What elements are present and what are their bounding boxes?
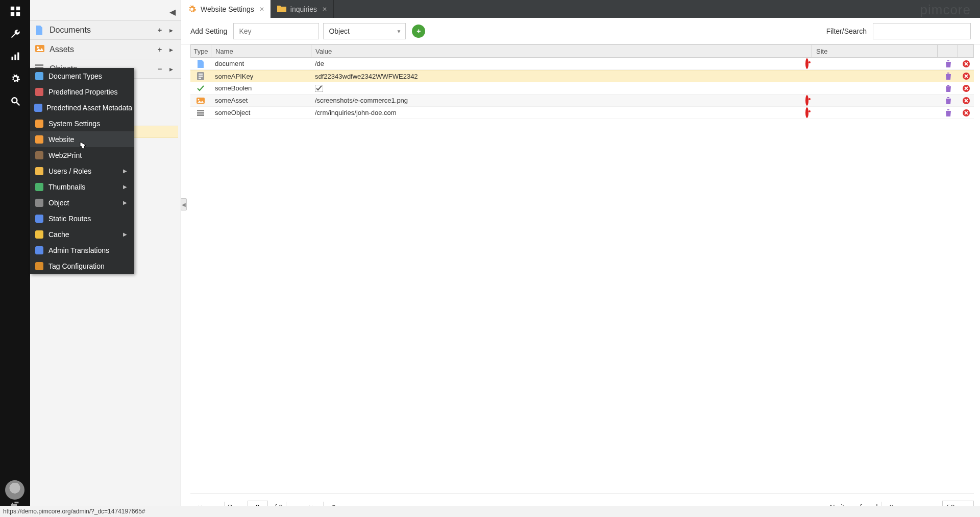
trash-icon[interactable] [938, 97, 959, 104]
tab-website-settings[interactable]: Website Settings ✕ [181, 0, 271, 18]
menu-item-tag[interactable]: Tag Configuration [30, 258, 134, 274]
nav-chart-icon[interactable] [0, 45, 30, 67]
table-row[interactable]: someBoolen [190, 82, 974, 95]
svg-rect-19 [35, 151, 43, 159]
menu-item-thumbs[interactable]: Thumbnails▶ [30, 179, 134, 195]
nav-search-icon[interactable] [0, 90, 30, 112]
trash-icon[interactable] [938, 109, 959, 116]
cell-name: someAPIKey [211, 73, 311, 80]
table-row[interactable]: someObject/crm/inquiries/john-doe.com [190, 107, 974, 119]
svg-rect-3 [16, 12, 19, 16]
menu-item-web2print[interactable]: Web2Print [30, 147, 134, 163]
type-select-value: Object [329, 27, 349, 35]
table-row[interactable]: someAsset/screenshots/e-commerce1.png [190, 95, 974, 107]
delete-icon[interactable] [959, 73, 974, 80]
vertical-nav [0, 0, 30, 517]
trash-icon[interactable] [938, 73, 959, 80]
svg-rect-5 [14, 55, 16, 60]
sidebar-collapse-icon[interactable]: ◀ [169, 7, 176, 17]
svg-rect-4 [11, 57, 13, 60]
svg-rect-2 [10, 12, 14, 16]
menu-item-label: Cache [48, 230, 123, 239]
accordion-documents[interactable]: Documents + ▸ [30, 20, 181, 40]
menu-item-label: Web2Print [48, 151, 128, 159]
svg-rect-6 [17, 53, 19, 60]
menu-item-doc-types[interactable]: Document Types [30, 68, 134, 84]
chevron-right-icon: ▶ [123, 184, 128, 190]
menu-item-cache[interactable]: Cache▶ [30, 226, 134, 242]
delete-icon[interactable] [959, 97, 974, 104]
menu-item-users[interactable]: Users / Roles▶ [30, 163, 134, 179]
object-icon [34, 198, 44, 208]
splitter-handle[interactable]: ◀ [181, 198, 187, 210]
grid-body: document/desomeAPIKeysdf22343wdfwe2342WW… [190, 58, 974, 119]
users-icon [34, 166, 44, 176]
user-avatar[interactable] [5, 480, 24, 500]
table-row[interactable]: someAPIKeysdf22343wdfwe2342WWFWE2342 [190, 70, 974, 82]
svg-rect-26 [35, 262, 43, 270]
col-delete [958, 45, 973, 57]
accordion-label: Documents [50, 26, 153, 35]
trash-icon[interactable] [938, 60, 959, 67]
content-area: ◀ Website Settings ✕ inquiries ✕ pimcore… [181, 0, 980, 517]
cell-value: /crm/inquiries/john-doe.com [311, 109, 813, 116]
cache-icon [34, 229, 44, 240]
tab-inquiries[interactable]: inquiries ✕ [271, 0, 334, 18]
table-row[interactable]: document/de [190, 58, 974, 70]
accordion-assets[interactable]: Assets + ▸ [30, 40, 181, 59]
svg-rect-29 [199, 74, 203, 75]
delete-icon[interactable] [959, 109, 974, 116]
menu-item-routes[interactable]: Static Routes [30, 210, 134, 226]
chevron-right-icon[interactable]: ▸ [166, 45, 176, 54]
cell-value: /de [311, 60, 813, 67]
tree-row-highlight [134, 126, 178, 138]
type-select[interactable]: Object ▼ [323, 23, 406, 39]
doc-types-icon [34, 71, 44, 81]
system-icon [34, 119, 44, 129]
add-button[interactable]: + [412, 25, 425, 38]
add-icon[interactable]: + [155, 26, 164, 35]
svg-point-7 [12, 98, 17, 103]
target-icon[interactable] [805, 109, 808, 116]
col-type[interactable]: Type [191, 45, 211, 57]
close-icon[interactable]: ✕ [322, 6, 327, 13]
chevron-right-icon[interactable]: ▸ [166, 26, 176, 35]
menu-item-props[interactable]: Predefined Properties [30, 84, 134, 100]
add-setting-toolbar: Add Setting Object ▼ + Filter/Search [181, 18, 980, 44]
cell-type-icon [190, 98, 211, 104]
svg-rect-11 [35, 64, 43, 66]
menu-item-asset-meta[interactable]: Predefined Asset Metadata [30, 100, 134, 115]
menu-item-label: Website [48, 135, 128, 144]
svg-rect-30 [199, 76, 203, 77]
close-icon[interactable]: ✕ [259, 6, 264, 13]
key-input[interactable] [233, 23, 319, 39]
target-icon[interactable] [805, 97, 808, 104]
delete-icon[interactable] [959, 60, 974, 67]
delete-icon[interactable] [959, 85, 974, 92]
col-value[interactable]: Value [311, 45, 812, 57]
svg-rect-35 [197, 98, 205, 104]
cell-value: sdf22343wdfwe2342WWFWE2342 [311, 73, 813, 80]
chevron-right-icon[interactable]: ▸ [166, 64, 176, 74]
filter-input[interactable] [873, 23, 971, 39]
asset-meta-icon [34, 103, 42, 113]
nav-gear-icon[interactable] [0, 67, 30, 90]
tab-label: inquiries [290, 5, 317, 13]
svg-point-10 [37, 46, 39, 49]
menu-item-website[interactable]: Website [30, 131, 134, 147]
nav-grid-icon[interactable] [0, 0, 30, 22]
remove-icon[interactable]: − [155, 64, 164, 74]
trash-icon[interactable] [938, 85, 959, 92]
target-icon[interactable] [805, 60, 808, 67]
svg-rect-14 [35, 72, 43, 80]
menu-item-system[interactable]: System Settings [30, 115, 134, 131]
svg-rect-21 [35, 183, 43, 191]
col-name[interactable]: Name [211, 45, 311, 57]
chevron-right-icon: ▶ [123, 168, 128, 174]
menu-item-object[interactable]: Object▶ [30, 195, 134, 210]
menu-item-trans[interactable]: Admin Translations [30, 242, 134, 258]
nav-wrench-icon[interactable] [0, 22, 30, 45]
settings-grid: Type Name Value Site document/desomeAPIK… [190, 44, 974, 494]
col-site[interactable]: Site [812, 45, 938, 57]
add-icon[interactable]: + [155, 45, 164, 54]
